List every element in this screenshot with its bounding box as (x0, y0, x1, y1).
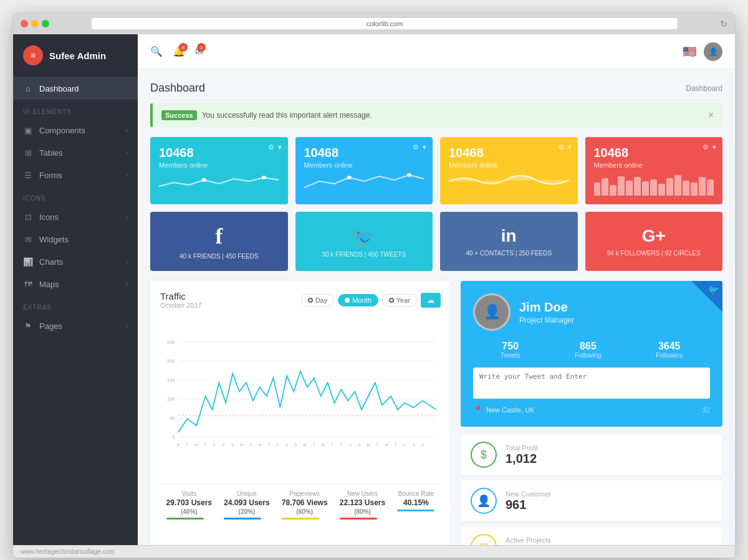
sidebar-item-icons[interactable]: ⊡ Icons › (13, 206, 138, 228)
social-card-googleplus[interactable]: G+ 94 k FOLLOWERS | 92 CIRCLES (585, 212, 723, 271)
social-card-facebook[interactable]: f 40 k FRIENDS | 450 FEEDS (150, 212, 288, 271)
expand-icon[interactable]: ▾ (423, 143, 426, 151)
search-icon[interactable]: 🔍 (150, 45, 163, 57)
linkedin-icon: in (501, 226, 517, 246)
svg-text:S: S (349, 443, 352, 447)
profile-followers-stat: 3645 Followers (656, 341, 683, 359)
flag-icon[interactable]: 🇺🇸 (683, 45, 696, 59)
address-bar[interactable]: colorlib.com (92, 18, 678, 29)
stat-value: 78.706 Views (282, 498, 328, 507)
expand-icon[interactable]: ▾ (568, 143, 572, 151)
svg-point-2 (347, 176, 351, 179)
sidebar-item-dashboard[interactable]: ⌂ Dashboard (13, 77, 138, 100)
notification-badge[interactable]: 🔔 8 (173, 45, 185, 57)
svg-text:W: W (322, 443, 325, 447)
gear-icon[interactable]: ⚙ (558, 143, 564, 151)
sidebar-item-pages[interactable]: ⚑ Pages › (13, 315, 138, 337)
refresh-icon[interactable]: ↻ (720, 19, 727, 29)
topbar-right: 🇺🇸 👤 (683, 42, 722, 61)
tweets-value: 750 (501, 341, 520, 352)
minimize-button[interactable] (31, 20, 39, 27)
gear-icon[interactable]: ⚙ (268, 143, 274, 151)
brand-icon: ≡ (23, 45, 43, 65)
sidebar-item-label: Charts (39, 257, 63, 267)
googleplus-icon: G+ (642, 226, 666, 246)
customer-icon: 👤 (471, 488, 497, 514)
svg-text:S: S (358, 443, 360, 447)
stat-card-2: ⚙ ▾ 10468 Members online (295, 137, 433, 204)
sidebar-item-label: Forms (39, 171, 62, 180)
footer-url: www.heritagechristiancollage.com (21, 548, 115, 555)
expand-icon[interactable]: ▾ (712, 143, 716, 151)
customer-label: New Customer (506, 490, 712, 498)
maximize-button[interactable] (42, 20, 49, 27)
filter-month-label: Month (352, 297, 372, 304)
twitter-stats: 30 k FRIENDS | 450 TWEETS (322, 251, 406, 258)
sidebar-nav: ⌂ Dashboard UI ELEMENTS ▣ Components › ⊞ (13, 77, 138, 337)
sidebar-item-forms[interactable]: ☰ Forms › (13, 164, 138, 186)
topbar: 🔍 🔔 8 ✉ 3 🇺🇸 👤 (138, 34, 735, 69)
gear-icon[interactable]: ⚙ (413, 143, 419, 151)
filter-year-button[interactable]: Year (382, 294, 417, 306)
stat-cards-row: ⚙ ▾ 10468 Members online ⚙ (150, 137, 722, 204)
chart-filters: Day Month Year ☁ (301, 293, 441, 308)
expand-icon[interactable]: ▾ (278, 143, 282, 151)
stat-sub: (40%) (166, 508, 212, 515)
wave-chart (449, 169, 569, 191)
sidebar-item-charts[interactable]: 📊 Charts › (13, 250, 138, 273)
user-avatar[interactable]: 👤 (704, 42, 722, 61)
bottom-section: Traffic October 2017 Day Mont (150, 281, 722, 545)
stat-pageviews: Pageviews 78.706 Views (60%) (282, 490, 328, 520)
social-card-twitter[interactable]: 🐦 30 k FRIENDS | 450 TWEETS (295, 212, 433, 271)
maps-icon: 🗺 (23, 279, 33, 289)
svg-text:T: T (249, 443, 252, 447)
stat-label: Visits (166, 490, 212, 497)
sidebar-item-label: Tables (39, 148, 63, 158)
close-button[interactable] (21, 20, 28, 27)
traffic-chart-area: 250 200 150 100 50 0 (160, 315, 441, 477)
svg-text:T: T (204, 443, 207, 447)
widgets-icon: ✉ (23, 234, 33, 244)
profile-footer: 📍 New Castle, UK 32 (473, 406, 710, 414)
filter-month-button[interactable]: Month (338, 294, 378, 306)
profile-avatar: 👤 (473, 293, 511, 331)
profile-location: New Castle, UK (486, 406, 535, 414)
right-panel: 🐦 👤 Jim Doe Project Manager 750 (461, 281, 722, 545)
svg-text:M: M (304, 443, 307, 447)
svg-text:T: T (376, 443, 379, 447)
social-card-linkedin[interactable]: in 40 + CONTACTS | 250 FEEDS (440, 212, 578, 271)
profit-info: Total Profit 1,012 (506, 444, 712, 466)
alert-close-button[interactable]: × (708, 110, 714, 121)
svg-text:250: 250 (167, 339, 175, 345)
message-badge[interactable]: ✉ 3 (195, 45, 203, 57)
stat-sub: (20%) (224, 508, 269, 515)
alert-message: You successfully read this important ale… (202, 111, 372, 120)
sidebar-item-maps[interactable]: 🗺 Maps › (13, 273, 138, 295)
profile-following-stat: 865 Following (575, 341, 601, 359)
customer-value: 961 (506, 498, 712, 512)
gear-icon[interactable]: ⚙ (702, 143, 709, 151)
social-cards-row: f 40 k FRIENDS | 450 FEEDS 🐦 30 k FRIEND… (150, 212, 722, 271)
download-button[interactable]: ☁ (421, 293, 441, 308)
sidebar-item-components[interactable]: ▣ Components › (13, 119, 138, 141)
svg-text:M: M (367, 443, 370, 447)
svg-text:F: F (213, 443, 216, 447)
stat-item-customer: 👤 New Customer 961 (461, 480, 722, 521)
chevron-right-icon: › (126, 149, 128, 156)
sidebar-item-widgets[interactable]: ✉ Widgets (13, 228, 138, 250)
stat-card-actions: ⚙ ▾ (268, 143, 282, 151)
following-label: Following (575, 352, 601, 359)
home-icon: ⌂ (23, 83, 33, 93)
svg-text:S: S (295, 443, 297, 447)
svg-text:T: T (313, 443, 315, 447)
stat-item-profit: $ Total Profit 1,012 (461, 434, 722, 475)
traffic-chart-svg: 250 200 150 100 50 0 (160, 315, 441, 477)
filter-day-button[interactable]: Day (301, 294, 335, 306)
twitter-icon: 🐦 (352, 225, 375, 247)
tweet-input[interactable] (473, 368, 710, 399)
svg-text:M: M (177, 443, 180, 447)
stat-visits: Visits 29.703 Users (40%) (166, 490, 212, 520)
sidebar-item-tables[interactable]: ⊞ Tables › (13, 141, 138, 164)
stat-card-actions: ⚙ ▾ (558, 143, 572, 151)
svg-text:F: F (340, 443, 343, 447)
